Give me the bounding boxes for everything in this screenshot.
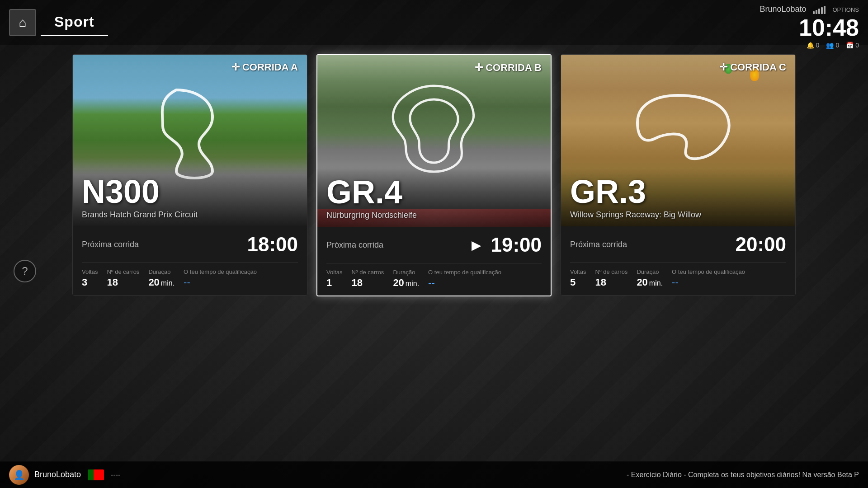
help-button[interactable]: ? (14, 260, 36, 282)
race-b-next-row: Próxima corrida ▶ 19:00 (326, 234, 542, 256)
news-ticker: - Exercício Diário - Completa os teus ob… (627, 471, 859, 479)
race-c-duration-label: Duração (637, 268, 659, 275)
sport-tab[interactable]: Sport (41, 9, 108, 36)
track-outline-c (619, 86, 737, 177)
bottom-bar: 👤 BrunoLobato ---- - Exercício Diário - … (0, 461, 868, 488)
race-c-duration-value: 20min. (637, 277, 663, 288)
race-a-laps-label: Voltas (82, 268, 98, 275)
notifications-bar: 🔔 0 👥 0 📅 0 (807, 42, 859, 49)
race-c-track: Willow Springs Raceway: Big Willow (570, 210, 786, 220)
messages-count: 0 (855, 42, 859, 49)
race-b-cars-value: 18 (351, 277, 362, 289)
race-b-next-label: Próxima corrida (326, 240, 383, 250)
main-content: ✛ CORRIDA A N300 Brands Hatch Grand Prix… (0, 54, 868, 296)
race-b-track: Nürburgring Nordschleife (326, 211, 542, 220)
race-c-next-time: 20:00 (735, 233, 786, 256)
alerts-notif: 🔔 0 (807, 42, 820, 49)
track-outline-b (377, 81, 491, 181)
race-a-cars-value: 18 (107, 277, 118, 288)
home-button[interactable]: ⌂ (9, 9, 36, 36)
race-a-qual: O teu tempo de qualificação -- (184, 268, 257, 288)
race-card-c-image: ✛ CORRIDA C GR.3 Willow Springs Raceway:… (561, 55, 795, 226)
clock-display: 10:48 (799, 16, 859, 39)
race-b-qual: O teu tempo de qualificação -- (428, 269, 501, 289)
play-cursor-icon: ▶ (472, 238, 481, 253)
race-c-bottom: Próxima corrida 20:00 Voltas 5 Nº de car… (561, 226, 795, 295)
user-avatar: 👤 (9, 465, 29, 485)
username-display: BrunoLobato (760, 5, 806, 14)
country-flag (88, 469, 104, 480)
friends-notif: 👥 0 (826, 42, 839, 49)
race-a-duration: Duração 20min. (148, 268, 175, 288)
race-b-next-time: 19:00 (491, 234, 542, 256)
race-a-qual-label: O teu tempo de qualificação (184, 268, 257, 275)
race-b-duration: Duração 20min. (393, 269, 419, 289)
race-c-stats: Voltas 5 Nº de carros 18 Duração 20min. … (570, 263, 786, 288)
messages-icon: 📅 (846, 42, 854, 49)
race-b-laps-label: Voltas (326, 269, 342, 276)
race-c-class: GR.3 (570, 175, 786, 208)
race-a-laps: Voltas 3 (82, 268, 98, 288)
race-c-cars: Nº de carros 18 (595, 268, 627, 288)
options-label[interactable]: OPTIONS (832, 6, 859, 13)
race-a-track: Brands Hatch Grand Prix Circuit (82, 210, 298, 220)
race-a-label: ✛ CORRIDA A (231, 61, 298, 73)
race-a-duration-label: Duração (148, 268, 170, 275)
bell-icon: 🔔 (807, 42, 814, 49)
race-b-qual-value: -- (428, 277, 435, 289)
race-c-next-label: Próxima corrida (570, 240, 627, 249)
race-b-laps-value: 1 (326, 277, 332, 289)
race-a-qual-value: -- (184, 277, 190, 288)
race-a-class: N300 (82, 175, 298, 208)
race-c-laps: Voltas 5 (570, 268, 586, 288)
race-b-bottom: Próxima corrida ▶ 19:00 Voltas 1 Nº de c… (317, 227, 551, 296)
race-b-stats: Voltas 1 Nº de carros 18 Duração 20min. … (326, 263, 542, 289)
race-c-duration: Duração 20min. (637, 268, 663, 288)
race-a-cars: Nº de carros 18 (107, 268, 139, 288)
track-outline-a (140, 81, 240, 180)
race-b-qual-label: O teu tempo de qualificação (428, 269, 501, 276)
header: ⌂ Sport BrunoLobato OPTIONS 10:48 🔔 0 👥 … (0, 0, 868, 45)
race-b-cars-label: Nº de carros (351, 269, 384, 276)
race-a-stats: Voltas 3 Nº de carros 18 Duração 20min. … (82, 263, 298, 288)
friends-count: 0 (835, 42, 839, 49)
race-c-laps-label: Voltas (570, 268, 586, 275)
race-a-duration-value: 20min. (148, 277, 175, 288)
race-a-info: N300 Brands Hatch Grand Prix Circuit (73, 169, 307, 226)
race-card-a-image: ✛ CORRIDA A N300 Brands Hatch Grand Prix… (73, 55, 307, 226)
messages-notif: 📅 0 (846, 42, 859, 49)
race-b-info: GR.4 Nürburgring Nordschleife (317, 169, 551, 227)
race-b-label: ✛ CORRIDA B (475, 62, 542, 74)
race-c-qual: O teu tempo de qualificação -- (672, 268, 745, 288)
race-c-laps-value: 5 (570, 277, 576, 288)
friends-icon: 👥 (826, 42, 834, 49)
race-a-next-label: Próxima corrida (82, 240, 139, 249)
race-a-next-row: Próxima corrida 18:00 (82, 233, 298, 256)
race-c-info: GR.3 Willow Springs Raceway: Big Willow (561, 169, 795, 226)
race-b-duration-value: 20min. (393, 277, 419, 289)
race-b-cars: Nº de carros 18 (351, 269, 384, 289)
race-card-b[interactable]: ✛ CORRIDA B GR.4 Nürburgring Nordschleif… (316, 54, 552, 296)
race-card-b-image: ✛ CORRIDA B GR.4 Nürburgring Nordschleif… (317, 55, 551, 227)
race-a-next-time: 18:00 (247, 233, 298, 256)
race-b-laps: Voltas 1 (326, 269, 342, 289)
race-a-bottom: Próxima corrida 18:00 Voltas 3 Nº de car… (73, 226, 307, 295)
race-c-next-row: Próxima corrida 20:00 (570, 233, 786, 256)
race-c-cars-value: 18 (595, 277, 606, 288)
race-c-label: ✛ CORRIDA C (719, 61, 786, 73)
bottom-username: BrunoLobato (34, 470, 81, 479)
race-b-class: GR.4 (326, 176, 542, 208)
home-icon: ⌂ (19, 15, 27, 30)
race-card-a[interactable]: ✛ CORRIDA A N300 Brands Hatch Grand Prix… (72, 54, 307, 296)
race-b-duration-label: Duração (393, 269, 415, 276)
user-panel: BrunoLobato OPTIONS 10:48 🔔 0 👥 0 📅 (760, 5, 859, 49)
race-a-laps-value: 3 (82, 277, 87, 288)
alerts-count: 0 (816, 42, 820, 49)
race-a-cars-label: Nº de carros (107, 268, 139, 275)
user-level: ---- (111, 471, 120, 479)
race-card-c[interactable]: ✛ CORRIDA C GR.3 Willow Springs Raceway:… (561, 54, 796, 296)
signal-icon (813, 6, 826, 14)
race-c-qual-label: O teu tempo de qualificação (672, 268, 745, 275)
race-c-cars-label: Nº de carros (595, 268, 627, 275)
race-c-qual-value: -- (672, 277, 679, 288)
